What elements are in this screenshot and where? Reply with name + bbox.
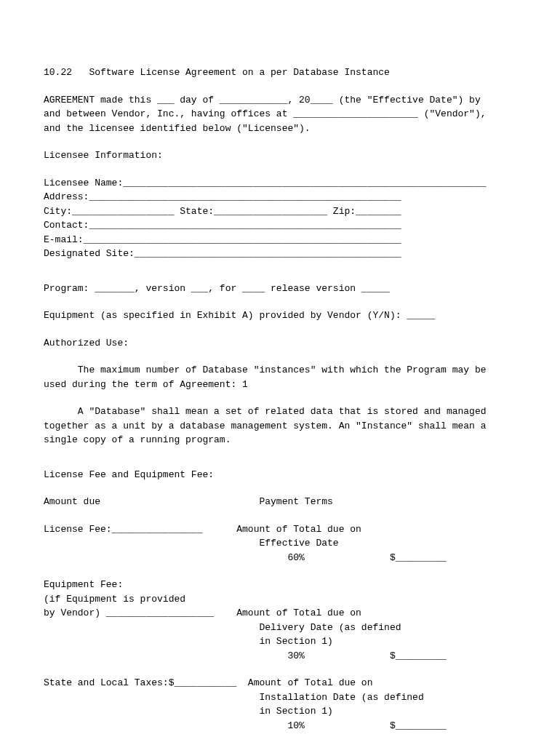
document-title: 10.22 Software License Agreement on a pe… xyxy=(44,65,516,80)
designated-site-field: Designated Site:________________________… xyxy=(44,247,516,261)
authorized-use-header: Authorized Use: xyxy=(44,336,516,351)
address-field: Address:________________________________… xyxy=(44,190,516,204)
equipment-fee-block: Equipment Fee: (if Equipment is provided… xyxy=(44,578,516,663)
fee-header: License Fee and Equipment Fee: xyxy=(44,468,516,482)
licensee-info-block: Licensee Name:__________________________… xyxy=(44,176,516,261)
city-state-zip-field: City:__________________ State:__________… xyxy=(44,204,516,219)
licensee-info-header: Licensee Information: xyxy=(44,148,516,163)
document-page: 10.22 Software License Agreement on a pe… xyxy=(0,0,560,745)
licensee-name-field: Licensee Name:__________________________… xyxy=(44,176,516,191)
amount-due-header: Amount due Payment Terms xyxy=(44,495,516,509)
authorized-use-para-1: The maximum number of Database "instance… xyxy=(44,363,516,391)
equipment-line: Equipment (as specified in Exhibit A) pr… xyxy=(44,308,516,323)
email-field: E-mail:_________________________________… xyxy=(44,233,516,247)
license-fee-block: License Fee:________________ Amount of T… xyxy=(44,522,516,565)
contact-field: Contact:________________________________… xyxy=(44,218,516,233)
authorized-use-para-2: A "Database" shall mean a set of related… xyxy=(44,405,516,447)
taxes-block: State and Local Taxes:$___________ Amoun… xyxy=(44,676,516,733)
agreement-intro: AGREEMENT made this ___ day of _________… xyxy=(44,93,516,136)
program-line: Program: _______, version ___, for ____ … xyxy=(44,282,516,296)
